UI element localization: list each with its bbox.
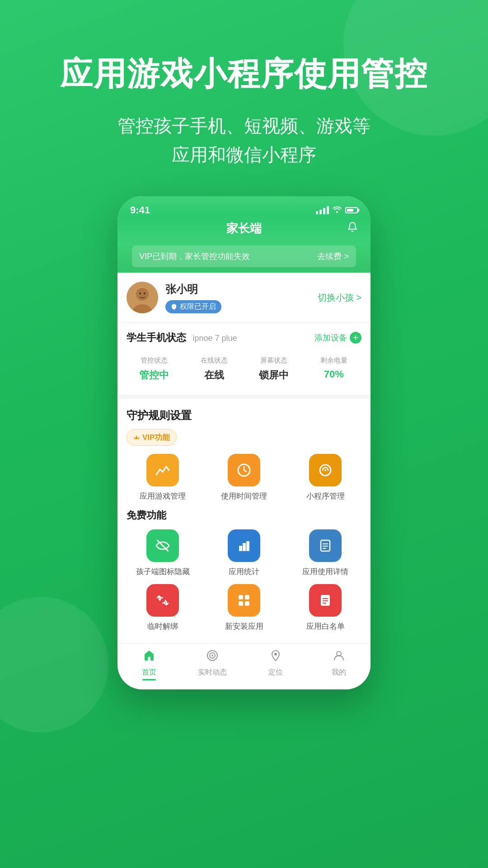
feature-app-game[interactable]: 应用游戏管理: [127, 454, 199, 501]
feature-label-app-game: 应用游戏管理: [140, 491, 186, 501]
feature-label-icon-hide: 孩子端图标隐藏: [136, 566, 190, 577]
bell-icon[interactable]: [347, 222, 358, 236]
wifi-icon: [333, 206, 342, 215]
device-section: 学生手机状态 ipnoe 7 plue 添加设备 + 管控状态 管控中 在线状态…: [117, 322, 371, 395]
app-stats-icon: [228, 529, 260, 562]
feature-mini-program[interactable]: 小程序管理: [289, 454, 361, 501]
phone-mockup-container: 9:41 家长端: [0, 196, 488, 726]
nav-realtime-label: 实时动态: [198, 668, 227, 677]
feature-label-mini-program: 小程序管理: [306, 491, 345, 501]
nav-home-underline: [142, 679, 156, 680]
feature-temp-unbind[interactable]: 临时解绑: [127, 584, 199, 632]
svg-rect-16: [239, 595, 243, 599]
status-bar: 9:41: [117, 196, 371, 216]
usage-detail-icon: [309, 529, 342, 562]
feature-label-new-install: 新安装应用: [225, 621, 263, 632]
svg-point-7: [324, 469, 326, 471]
home-icon: [143, 649, 155, 665]
svg-rect-9: [239, 546, 242, 551]
free-features-grid-2: 临时解绑 新安装应用: [127, 584, 361, 632]
phone-mockup: 9:41 家长端: [117, 196, 371, 689]
device-title: 学生手机状态: [127, 332, 186, 343]
svg-point-4: [144, 292, 145, 294]
device-model: ipnoe 7 plue: [192, 334, 237, 343]
feature-usage-detail[interactable]: 应用使用详情: [289, 529, 361, 577]
nav-location-label: 定位: [268, 668, 283, 677]
status-item-screen: 屏幕状态 锁屏中: [246, 356, 302, 382]
svg-rect-17: [245, 595, 249, 599]
device-title-row: 学生手机状态 ipnoe 7 plue: [127, 331, 237, 344]
user-name: 张小明: [165, 282, 221, 297]
svg-point-27: [274, 653, 277, 656]
rules-title: 守护规则设置: [127, 408, 361, 423]
nav-realtime[interactable]: 实时动态: [194, 649, 230, 680]
add-device-icon: +: [350, 332, 361, 344]
feature-label-whitelist: 应用白名单: [306, 621, 345, 632]
signal-icon: [316, 206, 329, 214]
time-icon: [228, 454, 260, 486]
svg-point-3: [139, 292, 141, 294]
user-left: 张小明 权限已开启: [127, 282, 221, 313]
watermark-area: [0, 726, 488, 744]
svg-point-1: [136, 288, 149, 301]
svg-point-26: [211, 655, 213, 656]
status-value-screen: 锁屏中: [246, 368, 302, 382]
sub-title: 管控孩子手机、短视频、游戏等应用和微信小程序: [27, 111, 461, 169]
vip-badge: VIP功能: [127, 429, 177, 446]
status-grid: 管控状态 管控中 在线状态 在线 屏幕状态 锁屏中 剩余电量 70%: [127, 352, 361, 387]
app-game-icon: [146, 454, 179, 486]
status-value-control: 管控中: [127, 368, 182, 382]
new-install-icon: [228, 584, 260, 617]
status-item-battery: 剩余电量 70%: [306, 356, 362, 382]
svg-rect-11: [246, 541, 249, 551]
avatar: [127, 282, 158, 313]
feature-whitelist[interactable]: 应用白名单: [289, 584, 361, 632]
status-value-online: 在线: [187, 368, 242, 382]
feature-time[interactable]: 使用时间管理: [208, 454, 280, 501]
location-icon: [269, 649, 282, 665]
add-device-button[interactable]: 添加设备 +: [314, 332, 361, 344]
feature-label-temp-unbind: 临时解绑: [147, 621, 178, 632]
app-header: 家长端: [117, 216, 371, 245]
status-time: 9:41: [130, 204, 150, 216]
main-title: 应用游戏小程序使用管控: [27, 54, 461, 93]
user-section: 张小明 权限已开启 切换小孩 >: [117, 273, 371, 322]
nav-home[interactable]: 首页: [131, 649, 167, 680]
svg-rect-10: [243, 543, 246, 551]
status-item-control: 管控状态 管控中: [127, 356, 182, 382]
header-section: 应用游戏小程序使用管控 管控孩子手机、短视频、游戏等应用和微信小程序: [0, 0, 488, 196]
icon-hide-icon: [146, 529, 179, 562]
realtime-icon: [206, 649, 219, 665]
bottom-nav: 首页 实时动态: [117, 643, 371, 689]
status-label-online: 在线状态: [187, 356, 242, 365]
vip-banner-action[interactable]: 去续费 >: [317, 251, 349, 262]
vip-banner[interactable]: VIP已到期，家长管控功能失效 去续费 >: [132, 245, 356, 267]
status-value-battery: 70%: [306, 368, 362, 380]
profile-icon: [333, 649, 345, 665]
free-title: 免费功能: [127, 509, 361, 522]
whitelist-icon: [309, 584, 342, 617]
feature-icon-hide[interactable]: 孩子端图标隐藏: [127, 529, 199, 577]
nav-profile[interactable]: 我的: [321, 649, 357, 680]
status-item-online: 在线状态 在线: [187, 356, 242, 382]
feature-new-install[interactable]: 新安装应用: [208, 584, 280, 632]
rules-section: 守护规则设置 VIP功能 应用游戏管理: [117, 395, 371, 643]
feature-label-app-stats: 应用统计: [229, 566, 259, 577]
mini-program-icon: [309, 454, 342, 486]
battery-icon: [345, 207, 358, 213]
svg-rect-19: [245, 601, 249, 606]
nav-location[interactable]: 定位: [258, 649, 294, 680]
vip-features-grid: 应用游戏管理 使用时间管理: [127, 454, 361, 501]
feature-app-stats[interactable]: 应用统计: [208, 529, 280, 577]
user-permission: 权限已开启: [165, 300, 221, 313]
vip-banner-text: VIP已到期，家长管控功能失效: [139, 251, 250, 262]
feature-label-usage-detail: 应用使用详情: [302, 566, 348, 577]
status-label-control: 管控状态: [127, 356, 182, 365]
device-header: 学生手机状态 ipnoe 7 plue 添加设备 +: [127, 331, 361, 344]
user-info: 张小明 权限已开启: [165, 282, 221, 313]
status-icons: [316, 206, 358, 215]
status-label-battery: 剩余电量: [306, 356, 362, 365]
switch-child-button[interactable]: 切换小孩 >: [318, 292, 361, 304]
app-title: 家长端: [226, 221, 262, 236]
svg-rect-18: [239, 601, 243, 606]
